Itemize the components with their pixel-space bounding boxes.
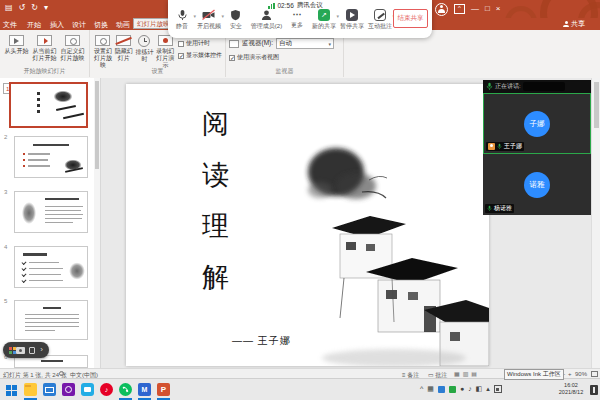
microphone-icon [486, 82, 493, 91]
ink-painting-illustration [274, 120, 489, 366]
annotation-button[interactable]: ▾ 互动批注 [368, 9, 392, 31]
taskbar-music-app-icon[interactable]: ♪ [100, 383, 113, 396]
tray-icon[interactable]: ♪ [468, 384, 472, 394]
security-button[interactable]: 安全 [225, 9, 247, 31]
current-slide[interactable]: 阅 读 理 解 —— 王子娜 [126, 84, 489, 366]
record-slideshow-button[interactable]: 录制幻灯片演示 [155, 33, 175, 69]
more-button[interactable]: ⋯ 更多 [286, 9, 308, 30]
thumb-number: 4 [4, 244, 7, 250]
start-video-button[interactable]: ▾ 开启视频 [197, 9, 221, 31]
ribbon-display-options-icon[interactable]: ^ [454, 4, 465, 14]
floating-meeting-dock[interactable]: › [3, 342, 49, 358]
from-current-slide-button[interactable]: 从当前幻灯片开始 [31, 33, 58, 62]
slide-thumbnail-panel: 1 2 3 4 [0, 78, 94, 368]
sorter-view-icon[interactable]: ▥ [463, 370, 469, 377]
taskbar-office-icon[interactable] [62, 383, 75, 396]
account-avatar[interactable] [435, 3, 448, 16]
taskbar-powerpoint-icon[interactable]: P [157, 383, 170, 396]
meeting-duration: 02:56 [278, 2, 294, 9]
ime-indicator-icon[interactable] [494, 385, 502, 393]
taskbar-clock[interactable]: 16:02 2021/8/12 [554, 382, 588, 397]
chevron-down-icon[interactable]: ▾ [221, 13, 224, 19]
screen-icon[interactable] [29, 347, 36, 354]
start-button[interactable] [6, 385, 11, 390]
checkbox-unchecked-icon [178, 41, 184, 47]
hide-slide-button[interactable]: 隐藏幻灯片 [114, 33, 134, 62]
play-current-icon [37, 35, 52, 46]
tab-animations[interactable]: 动画 [116, 18, 130, 30]
notification-center-icon[interactable] [590, 385, 598, 395]
rehearse-timings-button[interactable]: 排练计时 [135, 33, 155, 63]
tray-icon[interactable]: ▦ [427, 384, 434, 394]
taskbar-meeting-app-icon[interactable] [119, 383, 132, 396]
video-tile-wang-zina[interactable]: 子娜 王子娜 [483, 93, 591, 154]
close-button[interactable]: × [496, 0, 501, 18]
chevron-down-icon[interactable]: ▾ [337, 13, 340, 19]
share-button[interactable]: 共享 [563, 18, 585, 30]
tray-expand-icon[interactable]: ^ [420, 384, 423, 394]
tray-icon[interactable]: ▴ [486, 384, 490, 394]
zoom-level[interactable]: 90% [575, 371, 587, 377]
taskbar-file-explorer-icon[interactable] [24, 383, 37, 396]
tray-icon[interactable]: ● [460, 384, 464, 394]
view-switcher[interactable]: ▦ ▥ ▤ [454, 370, 477, 377]
canvas-scrollbar[interactable] [591, 78, 600, 368]
reading-view-icon[interactable]: ▤ [471, 370, 477, 377]
taskbar-m-app-icon[interactable]: M [138, 383, 151, 396]
taskbar-video-app-icon[interactable] [81, 383, 94, 396]
fit-slide-icon[interactable] [591, 371, 598, 377]
end-share-button[interactable]: 结束共享 [393, 9, 428, 28]
scrollbar-thumb[interactable] [95, 81, 99, 169]
setup-slideshow-button[interactable]: 设置幻灯片放映 [93, 33, 113, 69]
maximize-button[interactable]: □ [485, 0, 490, 18]
slide-thumbnail-2[interactable] [14, 136, 88, 178]
group-start-slideshow: 从头开始 从当前幻灯片开始 自定义幻灯片放映 开始放映幻灯片 [0, 30, 90, 77]
tab-transitions[interactable]: 切换 [94, 18, 108, 30]
normal-view-icon[interactable]: ▦ [454, 370, 460, 377]
video-tile-yang-nuoya[interactable]: 诺雅 杨诺雅 [483, 154, 591, 215]
apps-grid-icon[interactable] [9, 347, 12, 350]
presenter-view-checkbox[interactable]: 使用演示者视图 [229, 53, 334, 62]
manage-members-button[interactable]: 管理成员(2) [251, 9, 282, 31]
slide-thumbnail-1-selected[interactable] [9, 82, 88, 128]
tab-insert[interactable]: 插入 [50, 18, 64, 30]
slide-thumbnail-3[interactable] [14, 191, 88, 233]
new-share-button[interactable]: ↗ ▾ 新的共享 [312, 9, 336, 31]
title-char: 读 [202, 161, 229, 188]
host-badge-icon [488, 143, 495, 150]
tab-design[interactable]: 设计 [72, 18, 86, 30]
camera-preview-icon[interactable] [16, 347, 25, 354]
chevron-right-icon[interactable]: › [40, 346, 43, 354]
tab-file[interactable]: 文件 [3, 18, 17, 30]
taskbar-mail-icon[interactable] [43, 383, 56, 396]
save-icon[interactable]: ▤ [5, 2, 13, 14]
tray-icon[interactable]: ◧ [476, 384, 483, 394]
mute-button[interactable]: ▾ 静音 [171, 9, 193, 31]
accessibility-icon[interactable] [59, 371, 64, 376]
zoom-in-button[interactable]: + [568, 371, 572, 377]
show-media-checkbox[interactable]: 显示媒体控件 [178, 51, 222, 60]
from-beginning-button[interactable]: 从头开始 [3, 33, 30, 55]
redo-icon[interactable]: ↻ [31, 2, 38, 14]
qat-dropdown-icon[interactable]: ▾ [44, 2, 48, 14]
slide-thumbnail-5[interactable] [14, 300, 88, 340]
participant-name-tag: 杨诺雅 [485, 204, 514, 213]
pause-share-button[interactable]: 暂停共享 [340, 9, 364, 31]
meeting-buttons-row: ▾ 静音 ▾ 开启视频 安全 管理成员(2) ⋯ 更多 ↗ ▾ [171, 9, 392, 31]
custom-slideshow-button[interactable]: 自定义幻灯片放映 [59, 33, 86, 62]
screen: ▤ ↺ ↻ ▾ 王子娜 ^ — □ × 文件 开始 插入 设计 切换 动画 幻灯… [0, 0, 600, 400]
group-label: 监视器 [226, 67, 343, 76]
minimize-button[interactable]: — [471, 0, 479, 18]
meeting-video-panel[interactable]: 正在讲话: 子娜 王子娜 诺雅 杨诺雅 [483, 80, 591, 215]
taskbar: ♪ M P ^ ▦ ● ♪ ◧ ▴ 16:02 2021/8/12 [0, 378, 600, 400]
scrollbar-thumb[interactable] [594, 82, 599, 128]
slide-thumbnail-4[interactable] [14, 246, 88, 288]
tray-icon[interactable] [438, 386, 445, 393]
speaking-indicator-bar: 正在讲话: [483, 80, 591, 93]
use-timings-checkbox[interactable]: 使用计时 [178, 39, 222, 48]
tab-home[interactable]: 开始 [27, 18, 41, 30]
tray-icon[interactable] [449, 386, 456, 393]
chevron-down-icon[interactable]: ▾ [193, 13, 196, 19]
monitor-select[interactable]: 自动 ▾ [276, 38, 334, 49]
undo-icon[interactable]: ↺ [19, 2, 26, 14]
